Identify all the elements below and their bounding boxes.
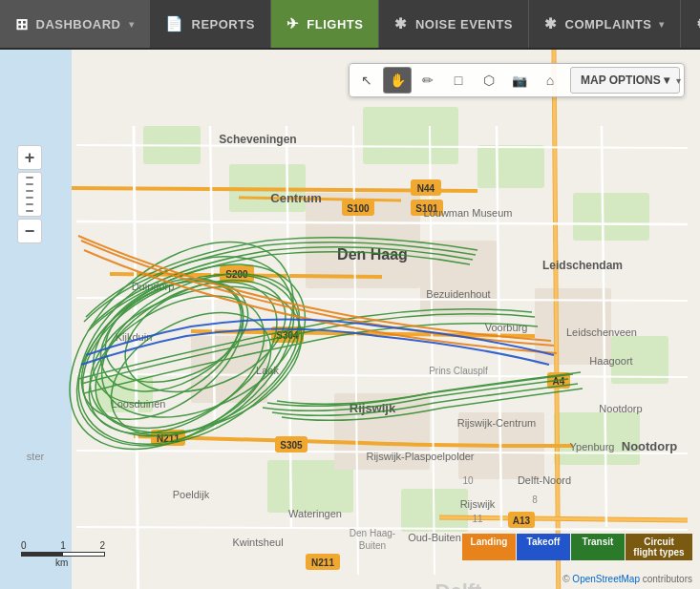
- svg-text:A13: A13: [513, 515, 531, 526]
- svg-text:ster: ster: [27, 451, 45, 462]
- svg-text:Duindorp: Duindorp: [132, 281, 175, 292]
- nav-item-dashboard[interactable]: ⊞ DASHBOARD ▾: [0, 0, 150, 48]
- svg-rect-8: [573, 193, 649, 241]
- svg-text:Rijswijk-Plaspoelpolder: Rijswijk-Plaspoelpolder: [366, 451, 474, 462]
- nav-label-dashboard: DASHBOARD: [36, 17, 121, 32]
- legend-takeoff: Takeoff: [517, 534, 570, 560]
- hand-tool-button[interactable]: ✋: [383, 67, 412, 94]
- svg-text:Bezuidenhout: Bezuidenhout: [426, 288, 490, 300]
- svg-text:Leidschenveen: Leidschenveen: [566, 326, 637, 338]
- nav-item-flights[interactable]: ✈ FLIGHTS: [271, 0, 380, 48]
- svg-text:Voorburg: Voorburg: [485, 322, 528, 333]
- flights-icon: ✈: [286, 15, 300, 32]
- map-options-button[interactable]: MAP OPTIONS ▾: [570, 67, 680, 94]
- zoom-controls: + −: [17, 145, 42, 243]
- nav-item-noise-events[interactable]: ✱ NOISE EVENTS: [379, 0, 529, 48]
- nav-item-reports[interactable]: 📄 REPORTS: [150, 0, 271, 48]
- svg-text:Nootdorp: Nootdorp: [622, 439, 678, 453]
- svg-text:N211: N211: [157, 433, 180, 444]
- complaints-chevron-icon: ▾: [659, 19, 665, 30]
- svg-text:S305: S305: [280, 440, 303, 451]
- svg-text:Haagoort: Haagoort: [589, 355, 632, 367]
- scale-bar: 0 1 2 km: [21, 540, 105, 568]
- reports-icon: 📄: [165, 15, 184, 32]
- svg-text:Nootdorp: Nootdorp: [599, 403, 642, 414]
- rectangle-tool-button[interactable]: □: [444, 67, 473, 94]
- openstreetmap-link[interactable]: OpenStreetMap: [572, 574, 640, 584]
- scale-labels: 0 1 2: [21, 540, 105, 551]
- svg-text:Prins Clausplf: Prins Clausplf: [429, 366, 488, 376]
- svg-text:Rijswijk: Rijswijk: [460, 498, 496, 510]
- navbar: ⊞ DASHBOARD ▾ 📄 REPORTS ✈ FLIGHTS ✱ NOIS…: [0, 0, 700, 50]
- map-toolbar: ↖ ✋ ✏ □ ⬡ 📷 ⌂ MAP OPTIONS ▾ ▾: [349, 63, 685, 97]
- dashboard-icon: ⊞: [15, 15, 29, 33]
- svg-text:Delft: Delft: [435, 579, 483, 589]
- polygon-tool-button[interactable]: ⬡: [475, 67, 503, 94]
- legend-transit: Transit: [571, 534, 625, 560]
- svg-text:A4: A4: [553, 376, 565, 387]
- nav-label-noise-events: NOISE EVENTS: [415, 17, 513, 32]
- legend-circuit-sublabel: flight types: [633, 547, 685, 557]
- svg-text:Delft-Noord: Delft-Noord: [518, 474, 571, 486]
- nav-label-reports: REPORTS: [192, 17, 255, 32]
- zoom-out-button[interactable]: −: [17, 219, 42, 243]
- nav-item-complaints[interactable]: ✱ COMPLAINTS ▾: [529, 0, 681, 48]
- svg-text:Rijswijk: Rijswijk: [350, 401, 396, 415]
- svg-text:N211: N211: [311, 557, 334, 568]
- svg-text:Wateringen: Wateringen: [288, 508, 342, 519]
- map-options-chevron-icon: ▾: [676, 75, 681, 86]
- svg-text:Poeldijk: Poeldijk: [173, 489, 210, 500]
- zoom-scale: [17, 172, 42, 217]
- camera-tool-button[interactable]: 📷: [505, 67, 534, 94]
- svg-text:Loosduinen: Loosduinen: [112, 398, 166, 410]
- complaints-icon: ✱: [544, 15, 558, 32]
- legend-landing: Landing: [462, 534, 516, 560]
- svg-text:Rijswijk-Centrum: Rijswijk-Centrum: [457, 417, 537, 429]
- svg-text:11: 11: [472, 514, 483, 524]
- scale-ruler: [21, 552, 105, 557]
- map-background: S200 N44 S100 S101 S304 N211 N211: [0, 50, 700, 589]
- svg-rect-6: [363, 107, 458, 164]
- legend-row: Landing Takeoff Transit Circuit flight t…: [462, 534, 692, 560]
- pointer-tool-button[interactable]: ↖: [352, 67, 381, 94]
- nav-label-complaints: COMPLAINTS: [565, 17, 652, 32]
- scale-label-1: 1: [60, 540, 66, 551]
- scale-unit: km: [55, 557, 105, 568]
- svg-text:Oud-Buiten: Oud-Buiten: [408, 532, 461, 543]
- flight-legend: Landing Takeoff Transit Circuit flight t…: [462, 534, 692, 560]
- svg-text:S200: S200: [225, 269, 248, 280]
- svg-text:Kwintsheul: Kwintsheul: [232, 536, 283, 548]
- nav-item-admin[interactable]: ⚙ ADMIN: [681, 0, 700, 48]
- svg-text:Scheveningen: Scheveningen: [219, 133, 296, 146]
- legend-landing-label: Landing: [470, 536, 508, 547]
- svg-text:Leidschendam: Leidschendam: [542, 259, 623, 272]
- svg-text:Kijkduin: Kijkduin: [116, 331, 153, 343]
- svg-text:Ypenburg: Ypenburg: [570, 441, 615, 452]
- svg-text:Laak: Laak: [256, 365, 279, 376]
- legend-circuit-label: Circuit: [633, 536, 685, 547]
- admin-icon: ⚙: [696, 15, 700, 32]
- scale-label-0: 0: [21, 540, 27, 551]
- svg-text:8: 8: [532, 494, 538, 505]
- legend-takeoff-label: Takeoff: [524, 536, 562, 547]
- map-container[interactable]: S200 N44 S100 S101 S304 N211 N211: [0, 50, 700, 589]
- svg-text:N44: N44: [417, 183, 435, 194]
- svg-text:Buiten: Buiten: [359, 540, 386, 551]
- scale-label-2: 2: [99, 540, 105, 551]
- svg-rect-7: [477, 145, 544, 188]
- svg-text:10: 10: [462, 475, 474, 486]
- zoom-in-button[interactable]: +: [17, 145, 42, 170]
- legend-circuit: Circuit flight types: [626, 534, 692, 560]
- home-tool-button[interactable]: ⌂: [536, 67, 564, 94]
- chevron-down-icon: ▾: [129, 19, 135, 30]
- draw-tool-button[interactable]: ✏: [414, 67, 442, 94]
- nav-label-flights: FLIGHTS: [307, 17, 363, 32]
- svg-text:Den Haag: Den Haag: [337, 246, 408, 263]
- legend-transit-label: Transit: [579, 536, 617, 547]
- svg-text:Louwman Museum: Louwman Museum: [424, 207, 513, 219]
- svg-text:Den Haag-: Den Haag-: [350, 528, 395, 538]
- svg-text:S304: S304: [276, 330, 299, 341]
- map-attribution: © OpenStreetMap contributors: [562, 574, 692, 584]
- noise-events-icon: ✱: [394, 15, 408, 32]
- svg-text:Centrum: Centrum: [270, 191, 321, 205]
